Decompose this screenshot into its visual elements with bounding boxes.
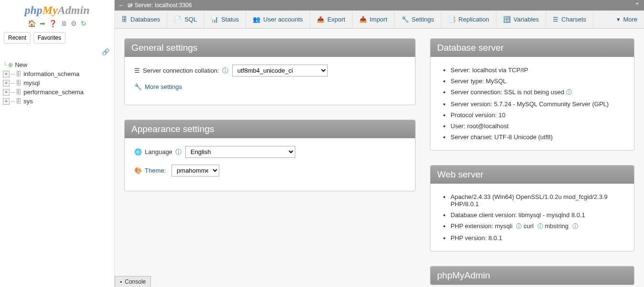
tab-user-accounts[interactable]: 👥User accounts: [246, 11, 310, 28]
expand-icon[interactable]: +: [3, 80, 10, 87]
import-icon: 📥: [359, 16, 367, 23]
collation-select[interactable]: utf8mb4_unicode_ci: [232, 65, 328, 77]
tab-import[interactable]: 📥Import: [353, 11, 395, 28]
tree-db-item[interactable]: +─🗄mysql: [3, 78, 113, 88]
tab-status[interactable]: 📊Status: [204, 11, 246, 28]
tab-sql[interactable]: 📄SQL: [167, 11, 204, 28]
help-icon[interactable]: ⓘ: [572, 223, 578, 230]
chevron-down-icon: ▾: [617, 16, 620, 23]
list-item: Server connection: SSL is not being used…: [451, 87, 624, 99]
db-icon: 🗄: [16, 98, 21, 105]
tree-db-item[interactable]: +─🗄information_schema: [3, 69, 113, 78]
globe-icon: 🌐: [134, 148, 142, 155]
tab-recent[interactable]: Recent: [4, 32, 31, 44]
replication-icon: 📑: [448, 16, 456, 23]
more-settings-row: 🔧 More settings: [134, 83, 406, 90]
tab-favorites[interactable]: Favorites: [33, 32, 65, 44]
sql-icon[interactable]: 🗎: [61, 20, 67, 27]
main-area: ← 🖳 Server: localhost:3306 ⌃ 🗄Databases📄…: [115, 0, 644, 287]
panel-phpmyadmin: phpMyAdmin: [430, 266, 634, 285]
sql-icon: 📄: [174, 16, 182, 23]
language-select[interactable]: English: [185, 146, 295, 158]
logo-part3: Admin: [58, 4, 90, 16]
tab-databases[interactable]: 🗄Databases: [115, 11, 167, 28]
dbserver-list: Server: localhost via TCP/IPServer type:…: [440, 65, 624, 143]
db-label: mysql: [23, 79, 40, 87]
tree-new[interactable]: └ ⊕ New: [3, 60, 113, 69]
tab-charsets[interactable]: ☰Charsets: [546, 11, 593, 28]
reload-icon[interactable]: ↻: [81, 20, 86, 27]
help-icon[interactable]: ⓘ: [516, 223, 522, 230]
more-settings-link[interactable]: More settings: [145, 83, 182, 90]
help-icon[interactable]: ⓘ: [537, 223, 543, 230]
expand-icon[interactable]: +: [3, 71, 10, 77]
content: General settings ☰ Server connection col…: [115, 29, 644, 287]
logo[interactable]: phpMyAdmin: [0, 0, 114, 18]
list-item: Apache/2.4.33 (Win64) OpenSSL/1.0.2u mod…: [451, 191, 624, 210]
new-db-icon: ⊕: [8, 62, 13, 68]
sidebar-quick-icons: 🏠 ➡ ❓ 🗎 ⚙ ↻: [0, 18, 114, 29]
console-label: Console: [125, 278, 146, 285]
panel-appearance-settings: Appearance settings 🌐 Language ⓘ English…: [124, 120, 416, 191]
tab-label: Charsets: [561, 16, 586, 23]
logo-part1: php: [24, 4, 42, 16]
tree-db-item[interactable]: +─🗄performance_schema: [3, 88, 113, 97]
tree-branch-icon: ─: [11, 98, 15, 105]
list-item: Protocol version: 10: [451, 110, 624, 121]
webserver-list: Apache/2.4.33 (Win64) OpenSSL/1.0.2u mod…: [440, 191, 624, 243]
status-icon: 📊: [211, 16, 218, 23]
tree-new-label: New: [15, 61, 27, 68]
theme-select[interactable]: pmahomme: [172, 165, 219, 177]
logout-icon[interactable]: ➡: [40, 20, 45, 27]
db-label: sys: [23, 98, 33, 105]
theme-row: 🎨 Theme: pmahomme: [134, 165, 406, 177]
sidebar-tabs: Recent Favorites: [0, 29, 114, 46]
panel-web-server: Web server Apache/2.4.33 (Win64) OpenSSL…: [430, 165, 634, 252]
server-icon: 🖳: [127, 2, 133, 9]
nav-toggle-icon[interactable]: ←: [118, 2, 124, 9]
tab-label: SQL: [184, 16, 197, 23]
server-breadcrumb[interactable]: Server: localhost:3306: [135, 2, 192, 9]
link-collapse-icon[interactable]: 🔗: [0, 46, 114, 57]
tab-variables[interactable]: 🔣Variables: [496, 11, 546, 28]
list-item: Server charset: UTF-8 Unicode (utf8): [451, 132, 624, 143]
variables-icon: 🔣: [503, 16, 511, 23]
home-icon[interactable]: 🏠: [28, 20, 36, 27]
list-item: Server version: 5.7.24 - MySQL Community…: [451, 99, 624, 110]
docs-icon[interactable]: ❓: [49, 20, 57, 27]
list-item: User: root@localhost: [451, 121, 624, 132]
panel-header: Appearance settings: [125, 120, 415, 138]
collapse-topbar-icon[interactable]: ⌃: [634, 1, 640, 9]
databases-icon: 🗄: [121, 16, 128, 23]
list-item: PHP version: 8.0.1: [451, 232, 624, 243]
db-icon: 🗄: [16, 80, 21, 87]
tree-db-item[interactable]: +─🗄sys: [3, 97, 113, 106]
console-icon: ▪: [120, 278, 122, 285]
tab-label: Databases: [130, 16, 160, 23]
panel-header: Database server: [430, 39, 634, 57]
panel-header: General settings: [125, 39, 415, 57]
tab-more[interactable]: ▾More: [610, 11, 644, 28]
db-tree: └ ⊕ New +─🗄information_schema+─🗄mysql+─🗄…: [0, 57, 114, 109]
expand-icon[interactable]: +: [3, 98, 10, 105]
collation-icon: ☰: [134, 67, 140, 74]
list-item: Server: localhost via TCP/IP: [451, 65, 624, 76]
console-toggle[interactable]: ▪ Console: [115, 276, 151, 287]
help-icon[interactable]: ⓘ: [175, 148, 182, 156]
user-accounts-icon: 👥: [253, 16, 260, 23]
panel-header: Web server: [430, 166, 634, 184]
tab-settings[interactable]: 🔧Settings: [395, 11, 441, 28]
tab-label: Import: [370, 16, 387, 23]
charsets-icon: ☰: [553, 16, 558, 23]
help-icon[interactable]: ⓘ: [566, 89, 572, 96]
theme-label[interactable]: Theme:: [145, 167, 166, 174]
export-icon: 📤: [317, 16, 324, 23]
tab-replication[interactable]: 📑Replication: [441, 11, 496, 28]
list-item: PHP extension: mysqli ⓘ curl ⓘ mbstring …: [451, 221, 624, 232]
help-icon[interactable]: ⓘ: [222, 66, 228, 75]
tab-export[interactable]: 📤Export: [310, 11, 353, 28]
tree-branch-icon: ─: [11, 70, 15, 77]
expand-icon[interactable]: +: [3, 89, 10, 96]
settings-icon[interactable]: ⚙: [71, 20, 77, 27]
logo-part2: My: [43, 4, 58, 16]
